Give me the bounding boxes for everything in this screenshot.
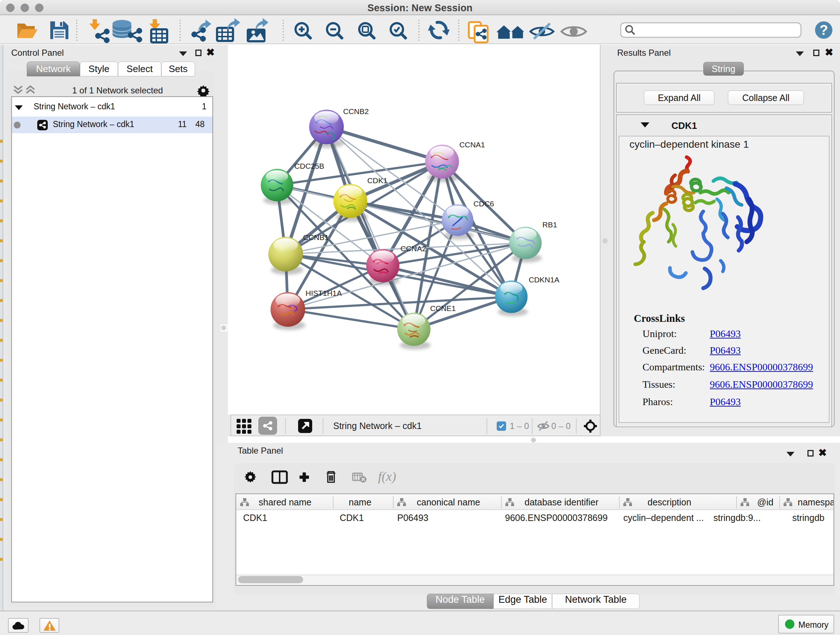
- svg-text:CDC6: CDC6: [474, 200, 494, 208]
- svg-text:shared name: shared name: [259, 497, 311, 507]
- svg-text:CCNB2: CCNB2: [343, 107, 369, 116]
- svg-text:database identifier: database identifier: [524, 497, 598, 507]
- svg-text:name: name: [349, 497, 371, 507]
- svg-text:namespace: namespace: [798, 497, 834, 507]
- svg-text:@id: @id: [757, 497, 774, 507]
- svg-text:f(x): f(x): [378, 470, 396, 484]
- svg-text:?: ?: [819, 22, 828, 38]
- svg-text:canonical name: canonical name: [417, 497, 480, 507]
- svg-text:CCNB1: CCNB1: [303, 233, 329, 241]
- svg-text:CCNA1: CCNA1: [459, 141, 485, 149]
- svg-text:RB1: RB1: [542, 220, 557, 229]
- svg-text:description: description: [647, 497, 691, 507]
- svg-text:HIST1H1A: HIST1H1A: [306, 289, 342, 297]
- svg-text:CDKN1A: CDKN1A: [529, 276, 559, 284]
- svg-text:CCNE1: CCNE1: [430, 304, 456, 312]
- svg-text:CDK1: CDK1: [367, 176, 387, 185]
- svg-text:CCNA2: CCNA2: [401, 244, 426, 253]
- svg-text:CDC25B: CDC25B: [294, 162, 325, 170]
